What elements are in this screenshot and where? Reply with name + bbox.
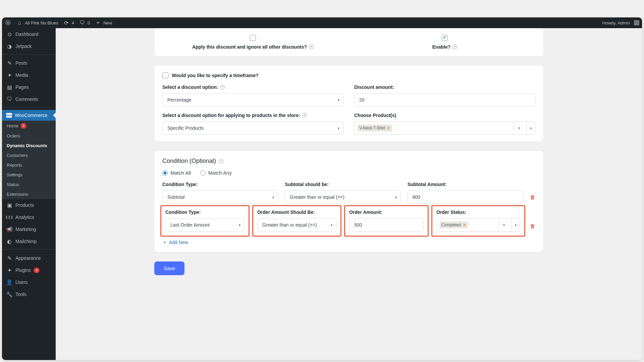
- r2-type-select[interactable]: Last Order Amount: [165, 218, 245, 232]
- howdy-text: Howdy, Admin: [602, 20, 630, 25]
- sidebar-item-plugins[interactable]: ✦Plugins4: [2, 264, 56, 276]
- r2-amount-input[interactable]: [349, 218, 424, 232]
- r2-type-label: Condition Type:: [165, 209, 245, 215]
- sidebar-item-woocommerce[interactable]: wooWooCommerce: [2, 110, 56, 121]
- sidebar-item-label: Dashboard: [15, 32, 39, 37]
- updates-count: 4: [72, 20, 74, 25]
- enable-label: Enable?: [432, 44, 450, 50]
- delete-row-2[interactable]: 🗑: [530, 223, 535, 233]
- sub-item-dynamic-discounts[interactable]: Dynamic Discounts: [2, 141, 56, 150]
- sidebar-item-label: Products: [15, 202, 34, 208]
- sidebar-item-users[interactable]: 👤Users: [2, 276, 56, 288]
- sidebar-item-label: Tools: [15, 292, 26, 297]
- sidebar-item-marketing[interactable]: 📢Marketing: [2, 223, 56, 235]
- sidebar-item-mailchimp[interactable]: ◐Mailchimp: [2, 235, 56, 247]
- r2-status-label: Order Status:: [436, 209, 520, 215]
- menu-separator: [2, 107, 56, 110]
- sidebar-item-pages[interactable]: ▤Pages: [2, 81, 56, 93]
- pages-icon: ▤: [6, 84, 13, 90]
- chevron-down-icon[interactable]: ▾: [511, 219, 520, 231]
- comments-link[interactable]: 🗨0: [79, 19, 90, 26]
- remove-tag-icon[interactable]: ✕: [387, 126, 390, 130]
- sub-item-extensions[interactable]: Extensions: [2, 189, 56, 199]
- discount-option-select[interactable]: Percentage: [162, 93, 343, 107]
- match-any-radio[interactable]: [200, 170, 206, 176]
- apply-ignore-checkbox[interactable]: [250, 35, 256, 41]
- wordpress-icon[interactable]: ⓦ: [5, 19, 11, 26]
- sub-item-orders[interactable]: Orders: [2, 131, 56, 141]
- r2-should-value: Greater than or equal (>=): [262, 222, 317, 228]
- sidebar-item-appearance[interactable]: ✎Appearance: [2, 252, 56, 264]
- sidebar-item-dashboard[interactable]: ⊙Dashboard: [2, 28, 56, 40]
- sidebar-item-label: Pages: [15, 84, 29, 90]
- sidebar-item-jetpack[interactable]: ◑Jetpack: [2, 40, 56, 52]
- updates-link[interactable]: ⟳4: [63, 19, 74, 26]
- apply-products-select[interactable]: Specific Products: [162, 121, 343, 135]
- delete-row-1[interactable]: 🗑: [530, 194, 535, 204]
- sub-item-label: Extensions: [7, 192, 28, 197]
- r1-should-select[interactable]: Greater than or equal (>=): [285, 190, 400, 204]
- clear-status-icon[interactable]: ✕: [498, 219, 509, 231]
- sidebar-item-posts[interactable]: ✎Posts: [2, 57, 56, 69]
- r2-type-value: Last Order Amount: [170, 222, 210, 228]
- jetpack-icon: ◑: [6, 43, 13, 50]
- r1-type-select[interactable]: Subtotal: [162, 190, 278, 204]
- match-any-option[interactable]: Match Any: [200, 170, 232, 176]
- sub-item-settings[interactable]: Settings: [2, 170, 56, 180]
- help-icon[interactable]: ?: [220, 85, 225, 89]
- sub-item-label: Dynamic Discounts: [7, 143, 47, 148]
- discount-amount-input[interactable]: [354, 93, 535, 107]
- sidebar-item-products[interactable]: ▣Products: [2, 199, 56, 211]
- help-icon[interactable]: ?: [302, 113, 307, 118]
- help-icon[interactable]: ?: [219, 159, 223, 164]
- sidebar-item-label: WooCommerce: [15, 113, 47, 118]
- r2-should-select[interactable]: Greater than or equal (>=): [257, 218, 336, 232]
- analytics-icon: ⫾⫾⫾: [6, 214, 13, 221]
- megaphone-icon: 📢: [6, 226, 13, 233]
- comments-icon: 🗨: [6, 96, 13, 103]
- enable-checkbox[interactable]: [442, 35, 448, 41]
- apply-products-label: Select a discount option for applying to…: [162, 113, 300, 118]
- sub-item-home[interactable]: Home3: [2, 121, 56, 131]
- howdy-link[interactable]: Howdy, Admin: [602, 20, 639, 25]
- r1-amount-label: Subtotal Amount:: [408, 182, 523, 187]
- discount-option-value: Percentage: [167, 97, 192, 103]
- conditions-title: Condition (Optional): [162, 158, 216, 165]
- remove-tag-icon[interactable]: ✕: [463, 223, 466, 227]
- r2-status-select[interactable]: Completed✕ ✕ ▾: [436, 218, 520, 232]
- sidebar-item-tools[interactable]: 🔧Tools: [2, 288, 56, 300]
- sub-item-customers[interactable]: Customers: [2, 150, 56, 160]
- r1-should-value: Greater than or equal (>=): [290, 194, 344, 200]
- match-all-label: Match All: [170, 170, 191, 176]
- sidebar-item-label: Mailchimp: [15, 239, 37, 244]
- trash-icon: 🗑: [530, 194, 535, 200]
- r1-amount-input[interactable]: [408, 190, 523, 204]
- chevron-down-icon[interactable]: ▾: [526, 122, 535, 134]
- help-icon[interactable]: ?: [452, 45, 457, 49]
- sub-item-status[interactable]: Status: [2, 180, 56, 189]
- timeframe-checkbox[interactable]: [162, 72, 168, 78]
- product-tag: V-Neck T-Shirt✕: [357, 125, 392, 131]
- sidebar-item-comments[interactable]: 🗨Comments: [2, 93, 56, 105]
- discount-option-label: Select a discount option:: [162, 84, 218, 90]
- sub-item-reports[interactable]: Reports: [2, 160, 56, 170]
- plus-icon: +: [95, 19, 101, 26]
- sidebar-item-media[interactable]: ✦Media: [2, 69, 56, 81]
- site-link[interactable]: ⌂All Pink No Blues: [16, 19, 58, 26]
- match-all-radio[interactable]: [162, 170, 168, 176]
- sidebar-item-analytics[interactable]: ⫾⫾⫾Analytics: [2, 211, 56, 223]
- save-button[interactable]: Save: [154, 261, 184, 275]
- clear-products-icon[interactable]: ✕: [514, 122, 524, 134]
- condition-row-1: Condition Type: Subtotal▾ Subtotal shoul…: [162, 182, 535, 204]
- choose-products-select[interactable]: V-Neck T-Shirt✕ ✕ ▾: [354, 121, 535, 135]
- match-all-option[interactable]: Match All: [162, 170, 191, 176]
- menu-separator: [2, 249, 56, 252]
- new-link[interactable]: +New: [95, 19, 112, 26]
- help-icon[interactable]: ?: [309, 45, 314, 49]
- pin-icon: ✎: [6, 60, 13, 66]
- comment-icon: 🗨: [79, 19, 86, 26]
- sub-item-label: Home: [7, 123, 18, 128]
- plugins-badge: 4: [34, 267, 40, 273]
- add-condition-button[interactable]: ＋Add New: [162, 239, 188, 245]
- status-tag-label: Completed: [441, 223, 461, 227]
